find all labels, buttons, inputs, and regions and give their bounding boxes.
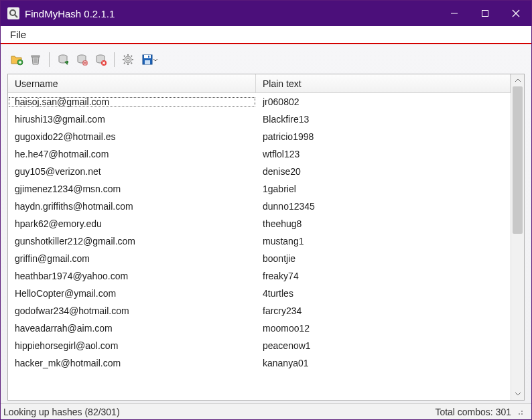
svg-line-29 [124, 63, 125, 64]
cell-username: hippiehorsegirl@aol.com [8, 340, 256, 351]
separator [114, 52, 115, 67]
cell-username: hacker_mk@hotmail.com [8, 358, 256, 368]
table-row[interactable]: haisoj.san@gmail.comjr060802 [8, 93, 511, 111]
table-row[interactable]: hirushi13@gmail.comBlackfire13 [8, 111, 511, 128]
menubar: File [1, 26, 531, 44]
separator [49, 52, 50, 67]
cell-username: HelloCopter@ymail.com [8, 288, 256, 299]
menu-file[interactable]: File [5, 27, 31, 42]
cell-plaintext: farcry234 [256, 305, 511, 316]
resize-grip-icon[interactable] [515, 407, 525, 417]
cell-plaintext: jr060802 [256, 96, 511, 107]
cell-username: gunshotkiller212@gmail.com [8, 236, 256, 247]
toolbar [7, 50, 525, 70]
table-row[interactable]: godofwar234@hotmail.comfarcry234 [8, 302, 511, 320]
cell-plaintext: patricio1998 [256, 131, 511, 142]
scroll-thumb[interactable] [513, 86, 523, 234]
status-left: Looking up hashes (82/301) [3, 407, 120, 417]
statusbar: Looking up hashes (82/301) Total combos:… [1, 403, 531, 419]
cell-plaintext: wtflol123 [256, 149, 511, 159]
db-connect-button[interactable] [55, 52, 71, 68]
cell-username: gugoxido22@hotmail.es [8, 131, 256, 142]
cell-username: he.he47@hotmail.com [8, 149, 256, 159]
cell-username: haisoj.san@gmail.com [8, 96, 256, 107]
titlebar[interactable]: FindMyHash 0.2.1.1 [1, 1, 531, 26]
window-title: FindMyHash 0.2.1.1 [25, 8, 115, 19]
table-row[interactable]: hpark62@emory.edutheehug8 [8, 215, 511, 232]
cell-plaintext: freaky74 [256, 271, 511, 281]
results-grid: Username Plain text haisoj.san@gmail.com… [8, 74, 524, 400]
cell-username: haveadarrah@aim.com [8, 323, 256, 334]
cell-username: griffin@gmail.com [8, 253, 256, 264]
table-row[interactable]: haydn.griffiths@hotmail.comdunno12345 [8, 198, 511, 215]
svg-line-1 [15, 15, 17, 17]
grid-header: Username Plain text [8, 74, 511, 93]
svg-rect-33 [145, 60, 150, 64]
cell-plaintext: peacenow1 [256, 340, 511, 351]
table-row[interactable]: gjimenez1234@msn.com1gabriel [8, 180, 511, 198]
cell-plaintext: boontjie [256, 253, 511, 264]
table-row[interactable]: he.he47@hotmail.comwtflol123 [8, 145, 511, 163]
maximize-button[interactable] [470, 1, 501, 26]
content: Username Plain text haisoj.san@gmail.com… [1, 44, 531, 403]
table-row[interactable]: heathbar1974@yahoo.comfreaky74 [8, 267, 511, 285]
table-row[interactable]: gugoxido22@hotmail.espatricio1998 [8, 128, 511, 145]
svg-line-28 [131, 63, 133, 64]
scroll-down-arrow[interactable] [511, 388, 524, 400]
app-window: FindMyHash 0.2.1.1 File [0, 0, 532, 420]
svg-point-0 [10, 10, 15, 15]
cell-plaintext: theehug8 [256, 218, 511, 229]
cell-plaintext: denise20 [256, 166, 511, 177]
results-panel: Username Plain text haisoj.san@gmail.com… [7, 74, 525, 401]
chevron-down-icon [153, 53, 158, 66]
svg-rect-34 [148, 56, 149, 58]
cell-username: hpark62@emory.edu [8, 218, 256, 229]
scroll-up-arrow[interactable] [511, 74, 524, 86]
table-row[interactable]: guy105@verizon.netdenise20 [8, 163, 511, 180]
db-error-button[interactable] [92, 52, 109, 68]
vertical-scrollbar[interactable] [511, 74, 524, 400]
delete-button[interactable] [27, 52, 44, 68]
cell-plaintext: Blackfire13 [256, 114, 511, 125]
app-icon [7, 7, 19, 19]
cell-plaintext: dunno12345 [256, 201, 511, 212]
status-right: Total combos: 301 [435, 407, 511, 417]
settings-button[interactable] [120, 52, 136, 68]
save-button[interactable] [139, 52, 160, 68]
open-folder-button[interactable] [9, 52, 25, 68]
cell-plaintext: mustang1 [256, 236, 511, 247]
cell-plaintext: moomoo12 [256, 323, 511, 334]
svg-rect-9 [31, 56, 40, 57]
table-row[interactable]: haveadarrah@aim.commoomoo12 [8, 320, 511, 337]
cell-plaintext: 4turtles [256, 288, 511, 299]
column-header-username[interactable]: Username [8, 74, 256, 92]
table-row[interactable]: gunshotkiller212@gmail.commustang1 [8, 232, 511, 250]
close-button[interactable] [501, 1, 531, 26]
cell-plaintext: kananya01 [256, 358, 511, 368]
table-row[interactable]: hippiehorsegirl@aol.compeacenow1 [8, 337, 511, 354]
table-row[interactable]: HelloCopter@ymail.com4turtles [8, 285, 511, 302]
table-row[interactable]: griffin@gmail.comboontjie [8, 250, 511, 267]
cell-username: hirushi13@gmail.com [8, 114, 256, 125]
cell-plaintext: 1gabriel [256, 184, 511, 194]
svg-point-22 [127, 58, 129, 61]
svg-rect-3 [482, 11, 488, 17]
grid-rows: haisoj.san@gmail.comjr060802hirushi13@gm… [8, 93, 511, 400]
cell-username: gjimenez1234@msn.com [8, 184, 256, 194]
svg-rect-32 [144, 55, 151, 58]
cell-username: haydn.griffiths@hotmail.com [8, 201, 256, 212]
cell-username: guy105@verizon.net [8, 166, 256, 177]
svg-line-30 [131, 56, 133, 57]
minimize-button[interactable] [439, 1, 470, 26]
table-row[interactable]: hacker_mk@hotmail.comkananya01 [8, 354, 511, 372]
db-remove-button[interactable] [74, 52, 90, 68]
cell-username: godofwar234@hotmail.com [8, 305, 256, 316]
cell-username: heathbar1974@yahoo.com [8, 271, 256, 281]
column-header-plaintext[interactable]: Plain text [256, 74, 511, 92]
svg-line-27 [124, 56, 125, 57]
